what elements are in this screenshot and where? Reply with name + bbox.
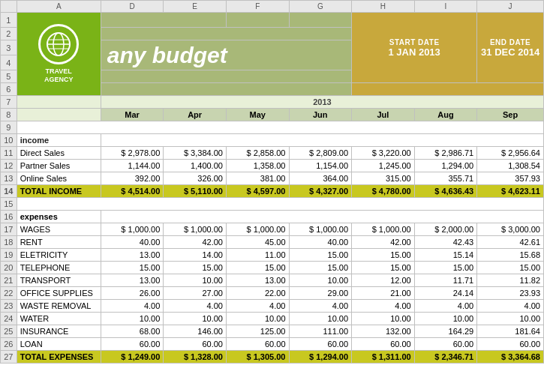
partner-sales-aug: 1,294.00 [414, 160, 477, 172]
total-income-aug: $ 4,636.43 [414, 185, 477, 198]
loan-mar: 60.00 [101, 338, 164, 351]
loan-label: LOAN [17, 338, 101, 351]
water-mar: 10.00 [101, 313, 164, 325]
end-date-label: END DATE [480, 38, 540, 46]
total-income-jul: $ 4,780.00 [352, 185, 415, 198]
trans-aug: 11.71 [414, 274, 477, 287]
total-income-label: TOTAL INCOME [17, 185, 101, 198]
total-exp-sep: $ 3,364.68 [477, 351, 544, 364]
water-may: 10.00 [226, 313, 289, 325]
col-a-header: A [17, 1, 101, 13]
row-18-num: 18 [1, 236, 17, 249]
total-income-may: $ 4,597.00 [226, 185, 289, 198]
row-27-num: 27 [1, 351, 17, 364]
wages-label: WAGES [17, 223, 101, 236]
total-exp-may: $ 1,305.00 [226, 351, 289, 364]
row-23-num: 23 [1, 300, 17, 313]
row15-empty [17, 198, 543, 211]
total-exp-mar: $ 1,249.00 [101, 351, 164, 364]
transport-label: TRANSPORT [17, 274, 101, 287]
online-sales-may: 381.00 [226, 172, 289, 185]
row-15-num: 15 [1, 198, 17, 211]
empty-cell-2 [289, 13, 352, 28]
month-jul: Jul [352, 109, 415, 121]
tel-sep: 15.00 [477, 262, 544, 274]
wages-jul: $ 1,000.00 [352, 223, 415, 236]
ins-sep: 181.64 [477, 325, 544, 338]
budget-title-area: any budget [101, 40, 351, 70]
partner-sales-sep: 1,308.54 [477, 160, 544, 172]
row-7-num: 7 [1, 96, 17, 109]
office-supplies-label: OFFICE SUPPLIES [17, 287, 101, 300]
end-date-cell: END DATE 31 DEC 2014 [477, 13, 544, 83]
row-1-num: 1 [1, 13, 17, 28]
water-jun: 10.00 [289, 313, 352, 325]
rent-aug: 42.43 [414, 236, 477, 249]
row-9-num: 9 [1, 121, 17, 134]
empty-r6 [101, 83, 351, 96]
direct-sales-sep: $ 2,956.64 [477, 147, 544, 160]
rent-jul: 42.00 [352, 236, 415, 249]
online-sales-label: Online Sales [17, 172, 101, 185]
row10-rest [101, 134, 543, 147]
month-apr: Apr [164, 109, 227, 121]
row7-a [17, 96, 101, 109]
end-date-value: 31 DEC 2014 [480, 46, 540, 58]
expenses-section-header: expenses [17, 211, 101, 223]
direct-sales-label: Direct Sales [17, 147, 101, 160]
partner-sales-jun: 1,154.00 [289, 160, 352, 172]
col-d-header: D [101, 1, 164, 13]
row-17-num: 17 [1, 223, 17, 236]
wages-aug: $ 2,000.00 [414, 223, 477, 236]
row-24-num: 24 [1, 313, 17, 325]
water-apr: 10.00 [164, 313, 227, 325]
electricity-label: ELETRICITY [17, 249, 101, 262]
online-sales-mar: 392.00 [101, 172, 164, 185]
row-16-num: 16 [1, 211, 17, 223]
tel-jun: 15.00 [289, 262, 352, 274]
total-exp-apr: $ 1,328.00 [164, 351, 227, 364]
row-21-num: 21 [1, 274, 17, 287]
water-sep: 10.00 [477, 313, 544, 325]
online-sales-jul: 315.00 [352, 172, 415, 185]
rent-label: RENT [17, 236, 101, 249]
tel-may: 15.00 [226, 262, 289, 274]
empty-r6-date [352, 83, 544, 96]
rent-jun: 40.00 [289, 236, 352, 249]
office-jun: 29.00 [289, 287, 352, 300]
loan-jul: 60.00 [352, 338, 415, 351]
loan-aug: 60.00 [414, 338, 477, 351]
direct-sales-aug: $ 2,986.71 [414, 147, 477, 160]
rent-may: 45.00 [226, 236, 289, 249]
row-6-num: 6 [1, 83, 17, 96]
loan-sep: 60.00 [477, 338, 544, 351]
row-22-num: 22 [1, 287, 17, 300]
ins-mar: 68.00 [101, 325, 164, 338]
row-13-num: 13 [1, 172, 17, 185]
online-sales-aug: 355.71 [414, 172, 477, 185]
loan-may: 60.00 [226, 338, 289, 351]
corner-header [1, 1, 17, 13]
direct-sales-apr: $ 3,384.00 [164, 147, 227, 160]
row-10-num: 10 [1, 134, 17, 147]
wages-mar: $ 1,000.00 [101, 223, 164, 236]
elec-sep: 15.68 [477, 249, 544, 262]
direct-sales-jul: $ 3,220.00 [352, 147, 415, 160]
tel-mar: 15.00 [101, 262, 164, 274]
office-mar: 26.00 [101, 287, 164, 300]
elec-apr: 14.00 [164, 249, 227, 262]
partner-sales-mar: 1,144.00 [101, 160, 164, 172]
waste-mar: 4.00 [101, 300, 164, 313]
row-11-num: 11 [1, 147, 17, 160]
month-aug: Aug [414, 109, 477, 121]
col-j-header: J [477, 1, 544, 13]
row9-empty [17, 121, 543, 134]
water-jul: 10.00 [352, 313, 415, 325]
total-expenses-label: TOTAL EXPENSES [17, 351, 101, 364]
rent-sep: 42.61 [477, 236, 544, 249]
row-14-num: 14 [1, 185, 17, 198]
wages-may: $ 1,000.00 [226, 223, 289, 236]
tel-jul: 15.00 [352, 262, 415, 274]
row-19-num: 19 [1, 249, 17, 262]
partner-sales-may: 1,358.00 [226, 160, 289, 172]
